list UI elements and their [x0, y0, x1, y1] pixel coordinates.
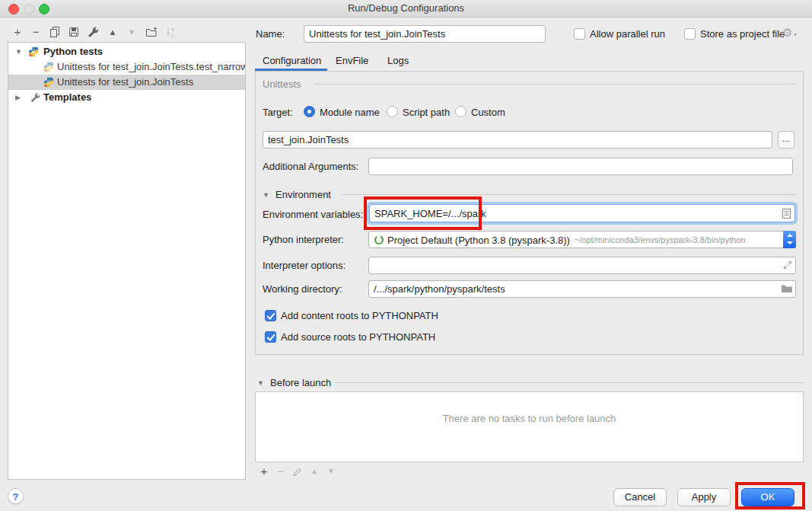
edit-templates-icon[interactable]: [86, 25, 100, 39]
add-configuration-icon[interactable]: +: [11, 25, 24, 39]
unittests-group-label: Unittests: [263, 78, 301, 91]
name-label: Name:: [256, 28, 285, 40]
python-interpreter-label: Python interpreter:: [263, 234, 344, 246]
stepper-up-icon: [787, 234, 793, 237]
task-move-down-icon[interactable]: ▼: [324, 465, 338, 478]
tab-envfile[interactable]: EnvFile: [336, 53, 368, 69]
additional-arguments-label: Additional Arguments:: [263, 161, 358, 173]
configurations-tree: ▼ Python tests Unittests for test_join.J…: [8, 42, 246, 480]
env-vars-list-icon[interactable]: [782, 208, 791, 222]
python-test-config-icon: [43, 62, 54, 75]
working-directory-input[interactable]: [368, 280, 796, 298]
before-launch-section-label: Before launch: [270, 377, 331, 389]
before-launch-collapse-icon[interactable]: ▼: [257, 379, 264, 387]
chevron-right-icon[interactable]: ▶: [15, 90, 21, 105]
copy-configuration-icon[interactable]: [48, 25, 62, 39]
expand-field-icon[interactable]: [782, 260, 793, 273]
ok-button[interactable]: OK: [741, 488, 794, 506]
tree-item-label: Unittests for test_join.JoinTests.test_n…: [57, 59, 245, 75]
save-configuration-icon[interactable]: [67, 25, 81, 39]
cancel-button[interactable]: Cancel: [613, 488, 667, 506]
radio-module-name-label: Module name: [320, 107, 380, 119]
remove-configuration-icon[interactable]: −: [29, 25, 43, 39]
target-label: Target:: [263, 107, 293, 119]
run-debug-configurations-dialog: Run/Debug Configurations + − ▲ ▼ az ▼ Py…: [0, 0, 812, 511]
radio-custom[interactable]: [455, 106, 467, 117]
add-task-icon[interactable]: +: [257, 465, 271, 478]
additional-arguments-input[interactable]: [368, 158, 793, 175]
working-directory-label: Working directory:: [263, 283, 342, 295]
allow-parallel-run-checkbox[interactable]: [574, 28, 585, 40]
tree-item-templates[interactable]: ▶ Templates: [8, 90, 245, 105]
move-down-icon[interactable]: ▼: [125, 25, 139, 39]
allow-parallel-run-label: Allow parallel run: [590, 28, 665, 40]
store-as-project-file-checkbox[interactable]: [684, 28, 696, 40]
tab-logs[interactable]: Logs: [387, 53, 409, 69]
tree-item-label: Python tests: [43, 44, 103, 59]
interpreter-options-input[interactable]: [368, 257, 796, 274]
group-separator-line: [314, 84, 796, 85]
before-launch-task-list[interactable]: [255, 391, 804, 462]
svg-text:a: a: [171, 27, 174, 32]
python-interpreter-select[interactable]: Project Default (Python 3.8 (pyspark-3.8…: [368, 231, 796, 248]
templates-wrench-icon: [30, 92, 40, 105]
svg-text:z: z: [171, 33, 174, 38]
titlebar: Run/Debug Configurations: [0, 0, 812, 18]
tree-item-unittest-narrow[interactable]: Unittests for test_join.JoinTests.test_n…: [8, 59, 245, 75]
chevron-down-icon[interactable]: ▼: [15, 44, 22, 59]
new-folder-icon[interactable]: [145, 25, 158, 39]
gear-dropdown-arrow-icon: ▾: [794, 31, 797, 38]
environment-collapse-icon[interactable]: ▼: [263, 191, 269, 199]
python-interpreter-value: Project Default (Python 3.8 (pyspark-3.8…: [387, 232, 570, 248]
apply-button[interactable]: Apply: [677, 488, 731, 506]
move-up-icon[interactable]: ▲: [106, 25, 119, 39]
interpreter-options-label: Interpreter options:: [263, 260, 345, 272]
before-launch-empty-message: There are no tasks to run before launch: [255, 413, 804, 424]
tree-item-label: Unittests for test_join.JoinTests: [57, 75, 193, 90]
stepper-down-icon: [787, 241, 793, 244]
help-button[interactable]: ?: [8, 488, 24, 504]
add-content-roots-checkbox[interactable]: [265, 310, 276, 321]
browse-button[interactable]: ...: [778, 131, 794, 149]
section-separator-line: [342, 194, 796, 195]
tab-configuration[interactable]: Configuration: [263, 53, 321, 69]
tree-item-python-tests[interactable]: ▼ Python tests: [8, 44, 245, 59]
tree-item-label: Templates: [43, 90, 91, 105]
store-options-gear-icon[interactable]: ⚙: [782, 27, 792, 39]
python-test-config-icon: [43, 77, 54, 90]
remove-task-icon[interactable]: −: [274, 465, 288, 478]
python-interpreter-path: ~/opt/miniconda3/envs/pyspark-3.8/bin/py…: [575, 232, 746, 248]
section-separator-line: [335, 382, 804, 383]
store-as-project-file-label: Store as project file: [700, 28, 785, 40]
interpreter-stepper-control[interactable]: [783, 231, 796, 248]
target-module-input[interactable]: [263, 131, 772, 149]
tree-item-unittest-jointests-selected[interactable]: Unittests for test_join.JoinTests: [8, 75, 245, 90]
python-tests-icon: [28, 46, 39, 59]
environment-variables-input[interactable]: [369, 204, 795, 222]
window-title: Run/Debug Configurations: [0, 2, 812, 14]
task-move-up-icon[interactable]: ▲: [307, 465, 321, 478]
radio-script-path-label: Script path: [403, 107, 450, 119]
conda-environment-icon: [374, 235, 384, 248]
sort-configurations-icon[interactable]: az: [164, 25, 178, 39]
environment-variables-label: Environment variables:: [263, 209, 363, 221]
name-input[interactable]: [304, 25, 546, 43]
radio-custom-label: Custom: [471, 107, 505, 119]
environment-section-label: Environment: [275, 189, 331, 201]
add-source-roots-checkbox[interactable]: [265, 331, 276, 343]
radio-module-name[interactable]: [304, 106, 315, 117]
radio-script-path[interactable]: [387, 106, 398, 117]
folder-icon[interactable]: [781, 283, 793, 296]
edit-task-icon[interactable]: [291, 465, 304, 478]
add-source-roots-label: Add source roots to PYTHONPATH: [281, 331, 435, 343]
add-content-roots-label: Add content roots to PYTHONPATH: [281, 310, 438, 322]
